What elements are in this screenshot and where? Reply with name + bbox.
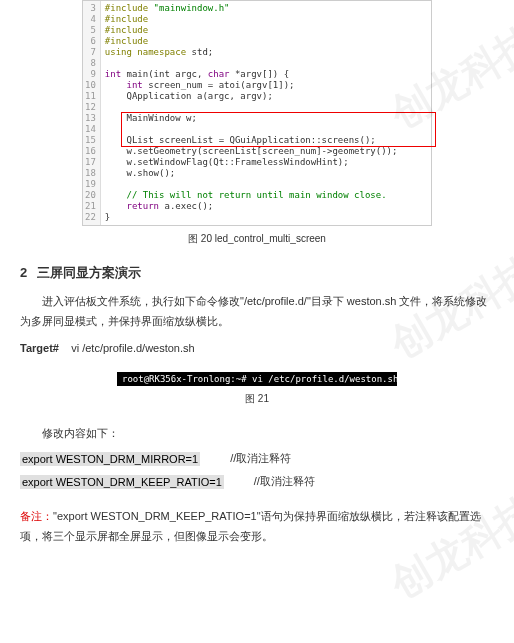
command-text: vi /etc/profile.d/weston.sh: [71, 342, 195, 354]
highlight-box: [121, 112, 436, 147]
export-note: //取消注释符: [230, 451, 291, 466]
section-header: 2三屏同显方案演示: [20, 264, 494, 282]
paragraph: 修改内容如下：: [20, 424, 494, 444]
export-line: export WESTON_DRM_KEEP_RATIO=1 //取消注释符: [20, 474, 494, 489]
note-paragraph: 备注："export WESTON_DRM_KEEP_RATIO=1"语句为保持…: [20, 507, 494, 547]
command-prompt: Target#: [20, 342, 59, 354]
note-text: "export WESTON_DRM_KEEP_RATIO=1"语句为保持界面缩…: [20, 510, 481, 542]
code-content: #include "mainwindow.h"#include #include…: [101, 1, 431, 225]
figure-caption: 图 20 led_control_multi_screen: [20, 232, 494, 246]
export-line: export WESTON_DRM_MIRROR=1 //取消注释符: [20, 451, 494, 466]
export-note: //取消注释符: [254, 474, 315, 489]
section-title: 三屏同显方案演示: [37, 265, 141, 280]
code-screenshot: 345678910111213141516171819202122 #inclu…: [82, 0, 432, 226]
paragraph: 进入评估板文件系统，执行如下命令修改"/etc/profile.d/"目录下 w…: [20, 292, 494, 332]
export-code: export WESTON_DRM_KEEP_RATIO=1: [20, 475, 224, 489]
terminal-screenshot: root@RK356x-Tronlong:~# vi /etc/profile.…: [117, 372, 397, 386]
line-number-gutter: 345678910111213141516171819202122: [83, 1, 101, 225]
export-code: export WESTON_DRM_MIRROR=1: [20, 452, 200, 466]
watermark: 创龙科技: [381, 484, 514, 612]
command-line: Target# vi /etc/profile.d/weston.sh: [20, 342, 494, 354]
figure-caption: 图 21: [20, 392, 494, 406]
note-label: 备注：: [20, 510, 53, 522]
section-number: 2: [20, 265, 27, 280]
